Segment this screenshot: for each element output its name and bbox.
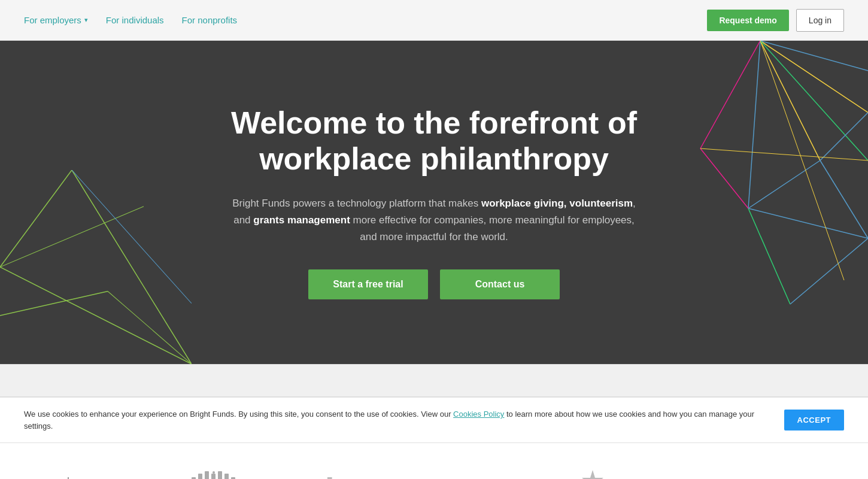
svg-line-19 [72, 170, 192, 304]
accept-cookies-button[interactable]: ACCEPT [784, 410, 844, 431]
svg-line-6 [820, 113, 868, 160]
hero-title: Welcome to the forefront of workplace ph… [224, 105, 644, 177]
morningstar-logo-svg: M ORNINGSTAR ★ [708, 476, 816, 479]
svg-rect-37 [211, 474, 216, 479]
svg-line-15 [0, 267, 192, 364]
hero-description: Bright Funds powers a technology platfor… [224, 195, 644, 245]
logo-cisco: cisco [180, 470, 263, 479]
svg-line-12 [700, 148, 748, 208]
start-free-trial-button[interactable]: Start a free trial [308, 269, 428, 299]
logo-vmware: vmware ® FOUNDATION [52, 472, 136, 480]
request-demo-button[interactable]: Request demo [707, 10, 788, 31]
svg-point-41 [213, 471, 215, 474]
svg-line-20 [0, 292, 108, 316]
svg-line-4 [700, 41, 760, 148]
nav-employers[interactable]: For employers ▾ [24, 15, 88, 25]
svg-rect-36 [205, 471, 209, 479]
svg-line-0 [760, 41, 868, 113]
svg-line-1 [760, 41, 820, 160]
svg-text:box: box [325, 471, 373, 479]
svg-rect-38 [218, 471, 222, 479]
contact-us-button[interactable]: Contact us [440, 269, 560, 299]
hero-buttons: Start a free trial Contact us [224, 269, 644, 299]
svg-line-5 [760, 41, 868, 160]
logos-section: vmware ® FOUNDATION cisco box Campbell's [0, 443, 868, 479]
logo-constellation: Constellation Brands [575, 467, 664, 479]
nav-nonprofits[interactable]: For nonprofits [182, 15, 238, 25]
svg-line-17 [0, 170, 72, 267]
hero-decoration-left [0, 170, 192, 364]
hero-decoration-right [641, 41, 868, 364]
logo-morningstar: M ORNINGSTAR ★ [708, 476, 816, 479]
nav-links: For employers ▾ For individuals For nonp… [24, 15, 237, 25]
svg-line-8 [820, 160, 868, 238]
cisco-logo-svg: cisco [189, 470, 254, 479]
box-logo-svg: box [325, 470, 373, 479]
vmware-logo-svg: vmware ® FOUNDATION [55, 472, 133, 480]
campbells-logo-svg: Campbell's [435, 473, 531, 479]
cookie-text: We use cookies to enhance your experienc… [24, 408, 772, 432]
cookie-banner: We use cookies to enhance your experienc… [0, 397, 868, 443]
constellation-logo-svg: Constellation Brands [575, 467, 664, 479]
svg-line-11 [790, 238, 868, 304]
chevron-down-icon: ▾ [84, 16, 88, 24]
section-separator [0, 364, 868, 397]
svg-line-7 [748, 160, 820, 208]
hero-content: Welcome to the forefront of workplace ph… [213, 69, 655, 335]
svg-line-18 [0, 207, 144, 267]
svg-rect-39 [224, 474, 229, 479]
svg-line-14 [760, 41, 844, 280]
nav-right: Request demo Log in [707, 9, 844, 32]
svg-line-9 [748, 208, 868, 238]
svg-marker-45 [582, 470, 603, 479]
svg-rect-35 [198, 474, 202, 479]
svg-line-13 [700, 148, 868, 160]
logo-campbells: Campbell's [435, 473, 531, 479]
nav-individuals[interactable]: For individuals [106, 15, 164, 25]
hero-section: Welcome to the forefront of workplace ph… [0, 41, 868, 364]
navbar: For employers ▾ For individuals For nonp… [0, 0, 868, 41]
login-button[interactable]: Log in [796, 9, 844, 32]
svg-line-3 [760, 41, 868, 71]
svg-line-2 [748, 41, 760, 208]
cookies-policy-link[interactable]: Cookies Policy [453, 410, 504, 419]
svg-line-16 [72, 170, 192, 364]
logo-box: box [307, 470, 391, 479]
svg-line-10 [748, 208, 790, 304]
